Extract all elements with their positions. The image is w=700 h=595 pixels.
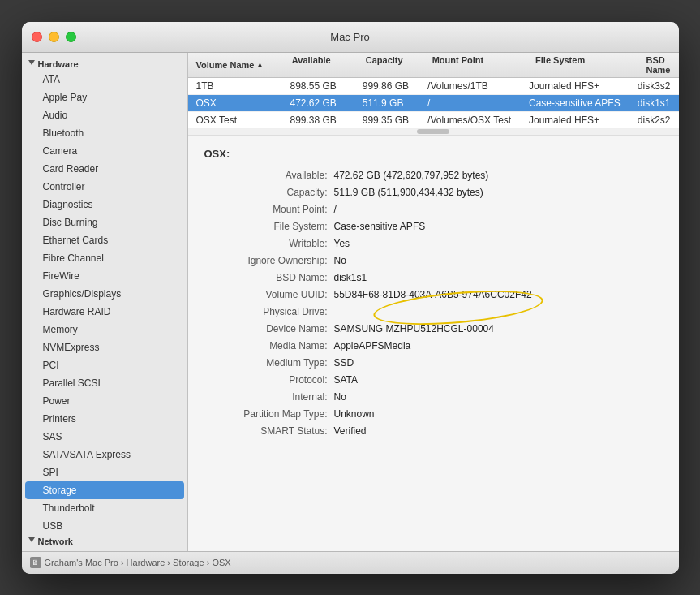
- sidebar-item-controller[interactable]: Controller: [25, 178, 184, 196]
- cell-fs-0: Journaled HFS+: [529, 80, 638, 92]
- cell-capacity-2: 999.35 GB: [363, 114, 427, 126]
- sidebar-section-network[interactable]: Network: [22, 535, 187, 548]
- traffic-lights: [32, 32, 76, 42]
- cell-mount-2: /Volumes/OSX Test: [427, 114, 529, 126]
- info-sub-label-6: SMART Status:: [204, 424, 334, 438]
- sidebar-item-parallel-scsi[interactable]: Parallel SCSI: [25, 374, 184, 392]
- info-subrow: Device Name: SAMSUNG MZHPU512HCGL-00004: [204, 321, 663, 336]
- info-sub-value-5: Unknown: [334, 407, 663, 421]
- info-label-5: Ignore Ownership:: [204, 253, 334, 268]
- scrollbar-thumb[interactable]: [417, 129, 449, 134]
- col-header-name: Volume Name ▲: [196, 55, 292, 75]
- table-row[interactable]: OSX Test 899.38 GB 999.35 GB /Volumes/OS…: [188, 112, 679, 129]
- sidebar-item-apple-pay[interactable]: Apple Pay: [25, 88, 184, 106]
- detail-panel: Volume Name ▲ Available Capacity Mount P…: [188, 53, 679, 551]
- sidebar-item-diagnostics[interactable]: Diagnostics: [25, 196, 184, 213]
- table-row[interactable]: OSX 472.62 GB 511.9 GB / Case-sensitive …: [188, 95, 679, 112]
- sidebar-item-bluetooth[interactable]: Bluetooth: [25, 124, 184, 142]
- info-subrow: Partition Map Type: Unknown: [204, 407, 663, 421]
- col-header-mount: Mount Point: [432, 55, 535, 75]
- sidebar-item-fibre-channel[interactable]: Fibre Channel: [25, 249, 184, 267]
- sidebar-item-sata-sata-express[interactable]: SATA/SATA Express: [25, 446, 184, 463]
- cell-capacity-1: 511.9 GB: [363, 97, 427, 109]
- sidebar-item-hardware-raid[interactable]: Hardware RAID: [25, 303, 184, 321]
- cell-name-0: 1TB: [196, 80, 290, 92]
- table-header: Volume Name ▲ Available Capacity Mount P…: [188, 53, 679, 78]
- sidebar-item-thunderbolt[interactable]: Thunderbolt: [25, 499, 184, 517]
- info-value-0: 472.62 GB (472,620,797,952 bytes): [334, 168, 663, 183]
- info-sub-value-0: SAMSUNG MZHPU512HCGL-00004: [334, 321, 663, 336]
- col-header-available: Available: [292, 55, 366, 75]
- info-sub-label-5: Partition Map Type:: [204, 407, 334, 421]
- info-subrow: Internal: No: [204, 390, 663, 404]
- minimize-button[interactable]: [49, 32, 59, 42]
- info-value-4: Yes: [334, 236, 663, 251]
- computer-icon: 🖥: [30, 557, 41, 568]
- info-subrow: SMART Status: Verified: [204, 424, 663, 438]
- info-label-8: Physical Drive:: [204, 304, 334, 319]
- cell-bsd-2: disk2s2: [638, 114, 671, 126]
- table-row[interactable]: 1TB 898.55 GB 999.86 GB /Volumes/1TB Jou…: [188, 78, 679, 95]
- breadcrumb: Graham's Mac Pro › Hardware › Storage › …: [45, 558, 231, 567]
- sidebar-item-spi[interactable]: SPI: [25, 463, 184, 481]
- sidebar-item-power[interactable]: Power: [25, 392, 184, 410]
- sidebar-item-card-reader[interactable]: Card Reader: [25, 160, 184, 178]
- info-row: Writable: Yes: [204, 236, 663, 251]
- info-row: Mount Point: /: [204, 202, 663, 217]
- sidebar-item-camera[interactable]: Camera: [25, 142, 184, 160]
- info-value-7: 55D84F68-81D8-403A-A6B5-974A6CC02F42: [334, 287, 663, 302]
- sidebar-item-ethernet-cards[interactable]: Ethernet Cards: [25, 231, 184, 249]
- info-label-2: Mount Point:: [204, 202, 334, 217]
- info-value-2: /: [334, 202, 663, 217]
- cell-fs-1: Case-sensitive APFS: [529, 97, 638, 109]
- info-row: Volume UUID: 55D84F68-81D8-403A-A6B5-974…: [204, 287, 663, 302]
- cell-bsd-0: disk3s2: [638, 80, 671, 92]
- info-label-3: File System:: [204, 219, 334, 234]
- window-title: Mac Pro: [330, 31, 369, 43]
- info-label-1: Capacity:: [204, 185, 334, 200]
- sidebar-item-sas[interactable]: SAS: [25, 428, 184, 446]
- table-scrollbar[interactable]: [188, 129, 679, 136]
- info-value-1: 511.9 GB (511,900,434,432 bytes): [334, 185, 663, 200]
- sidebar-item-storage[interactable]: Storage: [25, 481, 184, 499]
- sidebar-item-disc-burning[interactable]: Disc Burning: [25, 213, 184, 231]
- info-value-3: Case-sensitive APFS: [334, 219, 663, 234]
- sidebar-item-pci[interactable]: PCI: [25, 356, 184, 374]
- info-sub-label-1: Media Name:: [204, 338, 334, 353]
- titlebar: Mac Pro: [22, 22, 679, 53]
- info-row: Physical Drive:: [204, 304, 663, 319]
- main-window: Mac Pro HardwareATAApple PayAudioBluetoo…: [22, 22, 679, 574]
- info-sub-label-4: Internal:: [204, 390, 334, 404]
- info-sub-label-0: Device Name:: [204, 321, 334, 336]
- info-sub-value-4: No: [334, 390, 663, 404]
- sidebar-item-graphics-displays[interactable]: Graphics/Displays: [25, 285, 184, 303]
- sidebar-item-memory[interactable]: Memory: [25, 321, 184, 338]
- info-label-0: Available:: [204, 168, 334, 183]
- table-rows: 1TB 898.55 GB 999.86 GB /Volumes/1TB Jou…: [188, 78, 679, 129]
- info-panel: OSX: Available: 472.62 GB (472,620,797,9…: [188, 136, 679, 551]
- info-label-4: Writable:: [204, 236, 334, 251]
- cell-capacity-0: 999.86 GB: [363, 80, 427, 92]
- sidebar-item-firewire[interactable]: FireWire: [25, 267, 184, 285]
- info-value-5: No: [334, 253, 663, 268]
- info-sub-value-6: Verified: [334, 424, 663, 438]
- sidebar-item-printers[interactable]: Printers: [25, 410, 184, 428]
- volume-table: Volume Name ▲ Available Capacity Mount P…: [188, 53, 679, 136]
- sort-arrow-icon: ▲: [256, 61, 263, 68]
- info-value-8: [334, 304, 663, 319]
- cell-fs-2: Journaled HFS+: [529, 114, 638, 126]
- close-button[interactable]: [32, 32, 42, 42]
- sidebar-item-nvmexpress[interactable]: NVMExpress: [25, 338, 184, 356]
- cell-name-2: OSX Test: [196, 114, 290, 126]
- cell-mount-0: /Volumes/1TB: [427, 80, 529, 92]
- sidebar-section-hardware[interactable]: Hardware: [22, 58, 187, 71]
- info-subrow: Medium Type: SSD: [204, 356, 663, 370]
- sidebar-item-audio[interactable]: Audio: [25, 106, 184, 124]
- maximize-button[interactable]: [66, 32, 76, 42]
- sidebar-section-label-hardware: Hardware: [38, 59, 79, 69]
- info-subrow: Protocol: SATA: [204, 373, 663, 387]
- info-sub-label-3: Protocol:: [204, 373, 334, 387]
- info-row: Ignore Ownership: No: [204, 253, 663, 268]
- sidebar-item-ata[interactable]: ATA: [25, 71, 184, 88]
- sidebar-item-usb[interactable]: USB: [25, 517, 184, 535]
